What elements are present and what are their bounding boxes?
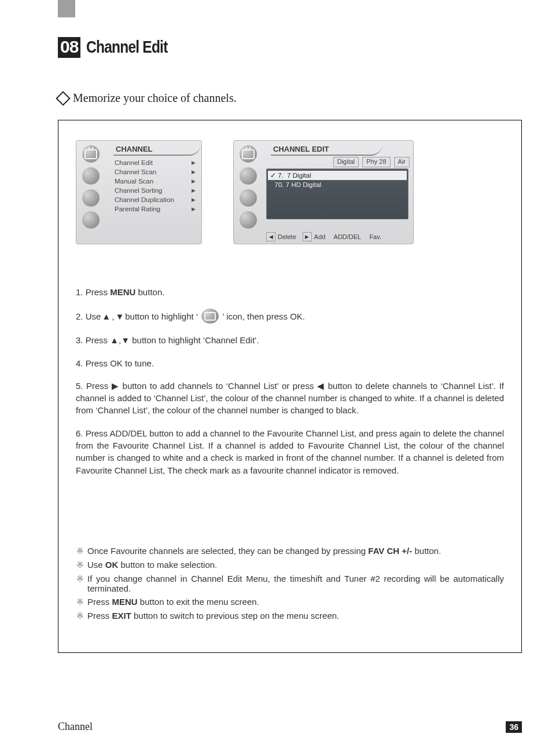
note-symbol-icon: ※ [76, 560, 84, 570]
footer-section-label: Channel [58, 721, 93, 733]
down-arrow-icon: ▼ [121, 335, 130, 345]
text: Press [87, 611, 112, 621]
menu-item-label: Parental Rating [115, 205, 160, 212]
menu-item[interactable]: Channel Sorting▶ [113, 186, 197, 195]
text: button. [135, 287, 164, 297]
note-row: ※ Press EXIT button to switch to previou… [76, 611, 504, 621]
panel-title: CHANNEL [113, 143, 191, 156]
note-symbol-icon: ※ [76, 611, 84, 621]
gear-icon [82, 211, 100, 229]
channel-row[interactable]: 70. 7 HD Digital [267, 181, 408, 189]
phy-pill: Phy 28 [362, 157, 390, 167]
down-arrow-icon: ▼ [115, 310, 124, 322]
step-6: 6. Press ADD/DEL button to add a channel… [76, 427, 504, 476]
right-arrow-icon[interactable]: ▶ [303, 232, 312, 241]
text: button to make selection. [118, 560, 217, 570]
menu-item-label: Manual Scan [115, 178, 153, 185]
left-arrow-icon: ◀ [317, 381, 325, 391]
film-icon [240, 189, 257, 207]
fav-check: ✓ [270, 172, 276, 179]
menu-item[interactable]: Manual Scan▶ [113, 177, 197, 186]
note-row: ※ If you change channel in Channel Edit … [76, 574, 504, 593]
note-symbol-icon: ※ [76, 574, 84, 593]
adddel-label: ADD/DEL [334, 233, 362, 240]
film-icon [82, 189, 100, 207]
text: button to switch to previous step on the… [131, 611, 339, 621]
note-row: ※ Press MENU button to exit the menu scr… [76, 597, 504, 607]
delete-label: Delete [278, 233, 296, 240]
menu-item[interactable]: Channel Duplication▶ [113, 195, 197, 204]
text: OK [105, 560, 119, 570]
text: If you change channel in Channel Edit Me… [87, 574, 504, 593]
channel-edit-panel: CHANNEL EDIT Digital Phy 28 Air ✓ 7. 7 D… [233, 140, 414, 244]
menu-item-label: Channel Edit [115, 159, 153, 166]
section-heading: 08 Channel Edit [58, 37, 522, 58]
signal-type-pill: Digital [333, 157, 359, 167]
monitor-icon [240, 167, 257, 185]
up-arrow-icon: ▲ [110, 335, 119, 345]
text: ’ icon, then press OK. [222, 310, 305, 322]
tv-icon [201, 309, 219, 324]
diamond-icon [56, 91, 70, 105]
note-row: ※ Once Favourite channels are selected, … [76, 546, 504, 556]
channel-name: 7 HD Digital [286, 181, 321, 188]
step-4: 4. Press OK to tune. [76, 357, 504, 369]
step-2: 2. Use ▲,▼ button to highlight ‘ ’ icon,… [76, 309, 504, 324]
text: button to add channels to ‘Channel List’… [119, 381, 317, 391]
up-arrow-icon: ▲ [102, 310, 111, 322]
text: 3. Press [76, 335, 110, 345]
source-pill: Air [394, 157, 410, 167]
channel-list: ✓ 7. 7 Digital 70. 7 HD Digital [266, 168, 409, 219]
fav-label: Fav. [369, 233, 381, 240]
text: button to exit the menu screen. [138, 597, 259, 607]
channel-number: 7. [278, 172, 284, 179]
gear-icon [240, 211, 257, 229]
step-5: 5. Press ▶ button to add channels to ‘Ch… [76, 380, 504, 417]
channel-row[interactable]: ✓ 7. 7 Digital [268, 171, 407, 180]
text: 1. Press [76, 287, 110, 297]
content-box: CHANNEL Channel Edit▶ Channel Scan▶ Manu… [58, 120, 522, 653]
chevron-right-icon: ▶ [192, 206, 196, 212]
left-arrow-icon[interactable]: ◀ [266, 232, 275, 241]
add-label: Add [314, 233, 326, 240]
menu-item[interactable]: Channel Scan▶ [113, 167, 197, 177]
text: Use [87, 560, 105, 570]
menu-item-label: Channel Duplication [115, 196, 174, 203]
intro-line: Memorize your choice of channels. [58, 91, 522, 105]
note-symbol-icon: ※ [76, 546, 84, 556]
section-title: Channel Edit [86, 37, 168, 57]
notes-block: ※ Once Favourite channels are selected, … [76, 546, 504, 621]
note-row: ※ Use OK button to make selection. [76, 560, 504, 570]
menu-item[interactable]: Parental Rating▶ [113, 204, 197, 214]
text: MENU [110, 287, 135, 297]
menu-item-label: Channel Scan [115, 168, 156, 175]
menu-item[interactable]: Channel Edit▶ [113, 158, 197, 167]
text: 2. Use [76, 310, 101, 322]
text: FAV CH +/- [368, 546, 412, 556]
chevron-right-icon: ▶ [192, 188, 196, 193]
step-1: 1. Press MENU button. [76, 286, 504, 298]
text: EXIT [112, 611, 131, 621]
tv-icon [82, 145, 100, 163]
text: MENU [112, 597, 138, 607]
text: Once Favourite channels are selected, th… [87, 546, 368, 556]
chevron-right-icon: ▶ [192, 160, 196, 166]
text: 5. Press [76, 381, 112, 391]
intro-text: Memorize your choice of channels. [73, 91, 237, 105]
instructions: 1. Press MENU button. 2. Use ▲,▼ button … [76, 286, 504, 476]
text: button to highlight ‘ [125, 310, 198, 322]
page-tab-decor [58, 0, 75, 17]
text: button to highlight ‘Channel Edit’. [130, 335, 259, 345]
monitor-icon [82, 167, 100, 185]
channel-number: 70. [275, 181, 284, 188]
page-number: 36 [506, 721, 522, 733]
tv-icon [240, 145, 257, 163]
step-3: 3. Press ▲,▼ button to highlight ‘Channe… [76, 334, 504, 346]
note-symbol-icon: ※ [76, 597, 84, 607]
chevron-right-icon: ▶ [192, 197, 196, 203]
text: Press [87, 597, 112, 607]
chevron-right-icon: ▶ [192, 178, 196, 184]
channel-name: 7 Digital [287, 172, 311, 179]
text: button. [412, 546, 441, 556]
panel-title: CHANNEL EDIT [271, 143, 373, 156]
